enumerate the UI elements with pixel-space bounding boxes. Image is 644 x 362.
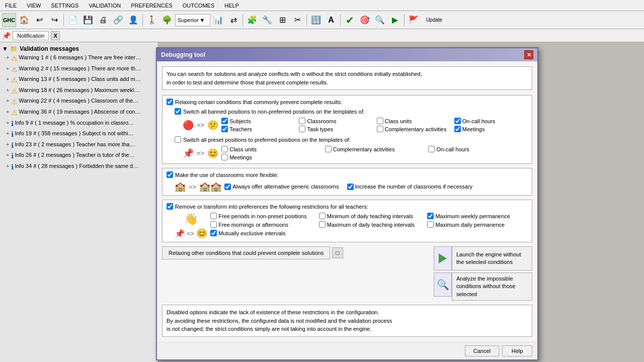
preferred-smiley: 😊 xyxy=(207,148,218,159)
cb-free-mornings-input[interactable] xyxy=(210,221,217,228)
toolbar-puzzle2[interactable]: 🔧 xyxy=(260,13,274,27)
notification-bar: 📌 Notification X xyxy=(0,29,644,42)
analyze-impossible-button[interactable]: Analyze the impossible conditions withou… xyxy=(452,273,532,301)
dialog-close-button[interactable]: ✕ xyxy=(524,50,533,59)
cb-max-daily-teaching-label: Maximum of daily teaching intervals xyxy=(327,222,415,228)
non-preferred-smiley: 😕 xyxy=(207,120,218,131)
cb-free-mornings-label: Free mornings or afternoons xyxy=(218,222,288,228)
toolbar-calc[interactable]: 🔢 xyxy=(309,13,323,27)
toolbar-flag[interactable]: 🚩 xyxy=(407,13,421,27)
toolbar-magnify[interactable]: 🔍 xyxy=(373,13,387,27)
banned-icon: 🔴 xyxy=(183,120,194,131)
cb-s2-comp-activities-input[interactable] xyxy=(325,146,332,152)
teacher-hand-icon: 👋 xyxy=(184,213,198,226)
launch-engine-button[interactable]: Launch the engine without the selected c… xyxy=(452,246,532,270)
toolbar-home[interactable]: 🏠 xyxy=(17,13,31,27)
relax-other-button[interactable]: Relaxing other conditions that could pre… xyxy=(162,246,330,259)
info-line1: Disabled options indicate the lack of ex… xyxy=(167,308,528,317)
section2-checkbox[interactable] xyxy=(167,171,173,178)
info-line2: By avoiding these restrictions, the conf… xyxy=(167,317,528,325)
analyze-icon: 🔍 xyxy=(434,273,452,297)
cb-max-weekly-input[interactable] xyxy=(427,213,434,219)
toolbar-link[interactable]: 🔗 xyxy=(111,13,125,27)
subsection2-items: Class units Complementary activities On-… xyxy=(221,146,528,160)
toolbar-update[interactable]: Update xyxy=(422,13,447,27)
arrow-right-icon: => xyxy=(197,121,204,129)
toolbar-back[interactable]: ↩ xyxy=(32,13,46,27)
relax-info-icon[interactable]: □ xyxy=(332,247,343,258)
cb-s2-meetings-input[interactable] xyxy=(221,154,228,160)
main-area: ▼ 📁 Validation messages + ⚠ Warning 1 # … xyxy=(0,42,644,362)
cb-subjects-input[interactable] xyxy=(221,118,228,124)
menu-file[interactable]: FILE xyxy=(2,2,20,10)
toolbar-level-dropdown[interactable]: Superior ▼ xyxy=(175,14,210,26)
help-button[interactable]: Help xyxy=(502,345,532,356)
toolbar-ghc[interactable]: GHC xyxy=(2,13,16,27)
toolbar-target[interactable]: 🎯 xyxy=(358,13,372,27)
cb-task-types-input[interactable] xyxy=(299,126,305,132)
subsection1-items: Subjects Classrooms Class units xyxy=(221,118,528,132)
chevron-icon: ▼ xyxy=(200,17,205,23)
toolbar-save[interactable]: 💾 xyxy=(81,13,95,27)
section1-header: Relaxing certain conditions that commonl… xyxy=(167,99,528,105)
cb-mutual-exclusive-input[interactable] xyxy=(210,230,217,236)
toolbar-scissors[interactable]: ✂ xyxy=(290,13,304,27)
section2-header: Make the use of classrooms more flexible… xyxy=(167,171,528,178)
classroom-icon: 🏫 xyxy=(175,181,186,192)
cb-s2-on-call-input[interactable] xyxy=(428,146,435,152)
menu-settings[interactable]: SETTINGS xyxy=(48,2,82,10)
teacher-pref-smiley: 😊 xyxy=(196,228,207,239)
toolbar-grid[interactable]: ⊞ xyxy=(275,13,289,27)
toolbar-arrows[interactable]: ⇄ xyxy=(226,13,240,27)
toolbar-text-a[interactable]: A xyxy=(324,13,338,27)
toolbar-chart[interactable]: 📊 xyxy=(211,13,225,27)
section1-checkbox[interactable] xyxy=(167,99,173,105)
section2-items: Always offer alternative generic classro… xyxy=(224,184,528,190)
cb-increase-classrooms-input[interactable] xyxy=(347,184,354,190)
toolbar-print[interactable]: 🖨 xyxy=(96,13,110,27)
arrow-right-icon4: => xyxy=(187,230,194,237)
cb-s2-class-units-input[interactable] xyxy=(221,146,228,152)
cb-increase-classrooms: Increase the number of classrooms if nec… xyxy=(347,184,473,190)
toolbar-play-right[interactable]: ▶ xyxy=(388,13,402,27)
notification-close[interactable]: X xyxy=(51,31,59,40)
cb-classrooms-input[interactable] xyxy=(299,118,305,124)
section3-checkbox[interactable] xyxy=(167,203,173,210)
cb-max-daily-input[interactable] xyxy=(427,221,434,228)
cb-increase-classrooms-label: Increase the number of classrooms if nec… xyxy=(355,184,473,190)
cb-max-weekly-label: Maximum weekly permanence xyxy=(435,213,510,219)
menu-validation[interactable]: VALIDATION xyxy=(86,2,124,10)
toolbar-person[interactable]: 👤 xyxy=(126,13,140,27)
menu-preferences[interactable]: PREFERENCES xyxy=(128,2,176,10)
info-line3: is not changed; the strict conditions si… xyxy=(167,325,528,333)
cb-comp-activities-input[interactable] xyxy=(377,126,383,132)
toolbar-doc[interactable]: 📄 xyxy=(66,13,80,27)
cb-on-call-hours-input[interactable] xyxy=(454,118,461,124)
cb-meetings-input[interactable] xyxy=(454,126,461,132)
notification-button[interactable]: Notification xyxy=(13,31,49,40)
toolbar-puzzle1[interactable]: 🧩 xyxy=(245,13,259,27)
subsection1-checkbox[interactable] xyxy=(175,108,181,115)
toolbar-check[interactable]: ✔ xyxy=(343,13,357,27)
magnify-icon: 🔍 xyxy=(437,279,449,291)
cancel-button[interactable]: Cancel xyxy=(465,345,499,356)
cb-alt-classrooms: Always offer alternative generic classro… xyxy=(224,184,339,190)
cb-alt-classrooms-input[interactable] xyxy=(224,184,231,190)
menu-view[interactable]: VIEW xyxy=(24,2,44,10)
menu-help[interactable]: HELP xyxy=(221,2,242,10)
cb-teachers-input[interactable] xyxy=(221,126,228,132)
cb-min-daily-input[interactable] xyxy=(319,213,326,219)
toolbar-walk[interactable]: 🚶 xyxy=(145,13,159,27)
section-teachers: Remove or transform into preferences the… xyxy=(162,200,532,242)
cb-free-periods-input[interactable] xyxy=(210,213,217,219)
toolbar-forward[interactable]: ↪ xyxy=(47,13,61,27)
dialog-footer: Cancel Help xyxy=(157,342,537,359)
subsection2-checkbox[interactable] xyxy=(175,136,181,143)
level-label: Superior xyxy=(178,17,199,23)
cb-max-weekly: Maximum weekly permanence xyxy=(427,213,528,219)
cb-max-daily-teaching-input[interactable] xyxy=(319,221,326,228)
subsection2-header: Switch all preset positions to preferred… xyxy=(175,136,528,143)
cb-class-units-input[interactable] xyxy=(377,118,383,124)
menu-outcomes[interactable]: OUTCOMES xyxy=(180,2,218,10)
toolbar-tree[interactable]: 🌳 xyxy=(160,13,174,27)
